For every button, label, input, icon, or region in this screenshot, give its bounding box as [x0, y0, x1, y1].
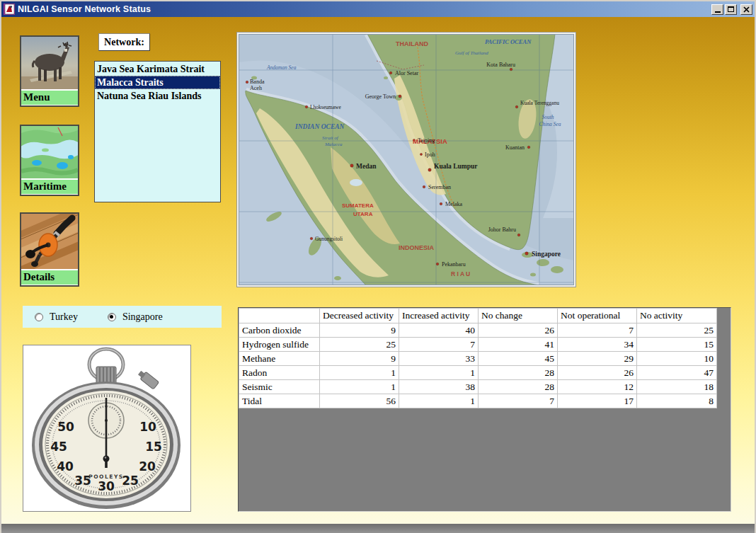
- radio-turkey-label[interactable]: Turkey: [50, 311, 78, 323]
- listbox-item-java-sea[interactable]: Java Sea Karimata Strait: [95, 62, 220, 76]
- cell[interactable]: 1: [320, 380, 399, 394]
- region-map: Andaman Sea INDIAN OCEAN Strait of Malac…: [237, 33, 575, 287]
- cell[interactable]: 56: [320, 394, 399, 408]
- stopwatch-panel: 10 15 20 25 30 35 40 45 50 POOL: [23, 345, 191, 512]
- cell[interactable]: 15: [637, 338, 717, 352]
- cell[interactable]: 7: [399, 338, 479, 352]
- maritime-map-image: [21, 126, 78, 178]
- cell[interactable]: 25: [320, 338, 399, 352]
- row-label[interactable]: Radon: [239, 366, 320, 380]
- map-label-kuala-terengganu: Kuala Terengganu: [520, 100, 559, 106]
- table-row: Seismic 1 38 28 12 18: [239, 380, 717, 394]
- minimize-button-icon[interactable]: [711, 4, 723, 15]
- nilgai-antelope-image: [21, 37, 78, 89]
- row-label[interactable]: Hydrogen sulfide: [239, 338, 320, 352]
- cell[interactable]: 8: [637, 394, 717, 408]
- map-label-riau: R I A U: [451, 270, 470, 277]
- radio-turkey-circle[interactable]: [35, 313, 43, 321]
- cell[interactable]: 25: [637, 323, 717, 338]
- table-row: Hydrogen sulfide 25 7 41 34 15: [239, 338, 717, 352]
- col-header-not-operational[interactable]: Not operational: [558, 309, 637, 323]
- maritime-button[interactable]: Maritime: [20, 125, 79, 196]
- table-row: Carbon dioxide 9 40 26 7 25: [239, 323, 717, 338]
- cell[interactable]: 1: [399, 394, 479, 408]
- col-header-no-activity[interactable]: No activity: [637, 309, 717, 323]
- cell[interactable]: 34: [558, 338, 637, 352]
- map-label-pekanbaru: Pekanbaru: [442, 261, 466, 268]
- map-label-melaka: Melaka: [445, 201, 462, 207]
- stopwatch-brand: POOLEYS: [88, 474, 123, 480]
- stopwatch-num-15: 15: [145, 440, 162, 454]
- map-label-kota-baharu: Kota Baharu: [486, 62, 515, 68]
- row-label[interactable]: Seismic: [239, 380, 320, 394]
- cell[interactable]: 45: [479, 352, 558, 366]
- table-row: Tidal 56 1 7 17 8: [239, 394, 717, 408]
- maritime-button-label: Maritime: [21, 178, 78, 194]
- cell[interactable]: 9: [320, 323, 399, 338]
- map-label-lhokseumawe: Lhokseumawe: [310, 104, 341, 110]
- map-label-banda: Banda: [250, 79, 265, 85]
- map-image: Andaman Sea INDIAN OCEAN Strait of Malac…: [239, 34, 574, 285]
- map-label-strait-1: Strait of: [322, 135, 339, 141]
- stopwatch-image: 10 15 20 25 30 35 40 45 50 POOL: [23, 345, 190, 511]
- cell[interactable]: 26: [479, 323, 558, 338]
- col-header-decreased[interactable]: Decreased activity: [320, 309, 399, 323]
- map-label-singapore: Singapore: [532, 251, 561, 258]
- menu-button[interactable]: Menu: [20, 35, 79, 107]
- map-label-johor-bahru: Johor Bahru: [488, 227, 516, 233]
- window-title: NILGAI Sensor Network Status: [18, 4, 711, 14]
- map-label-south-china-1: South: [542, 114, 554, 120]
- cell[interactable]: 12: [558, 380, 637, 394]
- map-label-sumatera: SUMATERA: [342, 202, 374, 209]
- map-label-thailand: THAILAND: [396, 40, 428, 47]
- cell[interactable]: 29: [558, 352, 637, 366]
- col-header-blank[interactable]: [239, 309, 320, 323]
- map-label-aceh: Aceh: [250, 85, 262, 91]
- map-label-utara: UTARA: [353, 211, 373, 217]
- map-label-gulf-of-thailand: Gulf of Thailand: [455, 50, 488, 56]
- map-label-ipoh: Ipoh: [425, 151, 435, 158]
- table-header-row: Decreased activity Increased activity No…: [239, 309, 717, 323]
- radio-singapore[interactable]: Singapore: [108, 311, 163, 323]
- table-row: Radon 1 1 28 26 47: [239, 366, 717, 380]
- map-label-alor-setar: Alor Setar: [395, 70, 418, 76]
- listbox-item-natuna-sea[interactable]: Natuna Sea Riau Islands: [95, 89, 220, 103]
- listbox-item-malacca-straits[interactable]: Malacca Straits: [95, 76, 220, 89]
- app-icon[interactable]: [4, 4, 15, 15]
- cell[interactable]: 1: [320, 366, 399, 380]
- row-label[interactable]: Tidal: [239, 394, 320, 408]
- map-label-indian-ocean: INDIAN OCEAN: [294, 123, 345, 130]
- cell[interactable]: 33: [399, 352, 479, 366]
- close-button-icon[interactable]: [740, 4, 752, 15]
- cell[interactable]: 28: [479, 380, 558, 394]
- hand-drill-image: [21, 214, 78, 269]
- cell[interactable]: 7: [558, 323, 637, 338]
- stopwatch-num-40: 40: [57, 459, 74, 474]
- radio-singapore-label[interactable]: Singapore: [122, 311, 163, 323]
- cell[interactable]: 38: [399, 380, 479, 394]
- cell[interactable]: 10: [637, 352, 717, 366]
- row-label[interactable]: Carbon dioxide: [239, 323, 320, 338]
- radio-turkey[interactable]: Turkey: [35, 311, 78, 323]
- radio-singapore-circle[interactable]: [108, 313, 116, 321]
- details-button[interactable]: Details: [20, 212, 79, 287]
- row-label[interactable]: Methane: [239, 352, 320, 366]
- map-label-andaman-sea: Andaman Sea: [266, 64, 297, 71]
- cell[interactable]: 41: [479, 338, 558, 352]
- cell[interactable]: 9: [320, 352, 399, 366]
- cell[interactable]: 26: [558, 366, 637, 380]
- map-label-south-china-2: China Sea: [539, 121, 561, 127]
- maximize-button-icon[interactable]: [725, 4, 737, 15]
- cell[interactable]: 18: [637, 380, 717, 394]
- network-listbox: Java Sea Karimata Strait Malacca Straits…: [94, 61, 221, 202]
- cell[interactable]: 1: [399, 366, 479, 380]
- col-header-no-change[interactable]: No change: [479, 309, 558, 323]
- cell[interactable]: 7: [479, 394, 558, 408]
- cell[interactable]: 47: [637, 366, 717, 380]
- col-header-increased[interactable]: Increased activity: [399, 309, 479, 323]
- cell[interactable]: 17: [558, 394, 637, 408]
- cell[interactable]: 28: [479, 366, 558, 380]
- cell[interactable]: 40: [399, 323, 479, 338]
- title-bar: NILGAI Sensor Network Status: [1, 1, 755, 17]
- stopwatch-num-50: 50: [57, 420, 74, 434]
